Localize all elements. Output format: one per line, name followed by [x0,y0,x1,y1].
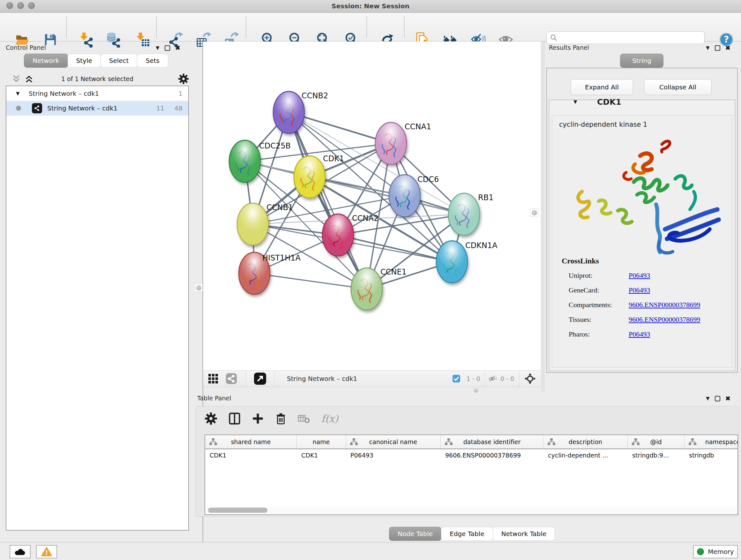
panel-close-icon[interactable]: ✖ [725,44,731,52]
horizontal-splitter-handle[interactable] [474,388,478,393]
node-CCNA1[interactable] [375,122,407,165]
titlebar: Session: New Session [0,0,741,13]
control-panel-title: Control Panel [6,44,46,51]
node-label-CDC6: CDC6 [417,175,439,184]
tab-network-table[interactable]: Network Table [493,527,555,541]
show-column-icon[interactable] [228,412,241,425]
create-column-icon[interactable] [252,413,264,425]
tab-edge-table[interactable]: Edge Table [441,527,493,541]
edge-CCNB2-CCNE1[interactable] [289,112,367,289]
crosslink-row: Compartments:9606.ENSP00000378699 [552,298,732,312]
right-splitter[interactable] [542,42,544,392]
import-table-icon[interactable] [134,30,151,49]
crosslink-link[interactable]: P06493 [629,286,650,294]
panel-float-icon[interactable] [715,45,720,51]
table-cell[interactable]: stringdb:9... [628,449,684,462]
tab-select[interactable]: Select [100,54,138,68]
expand-all-tree-icon[interactable] [24,74,34,84]
table-cell[interactable]: stringdb [684,449,738,462]
network-node-count: 11 [156,105,164,112]
edge-CCNA2-CDKN1A[interactable] [338,235,452,262]
table-hscrollbar-thumb[interactable] [208,508,267,513]
panel-close-icon[interactable]: ✖ [175,44,181,52]
network-collection-row[interactable]: ▼ String Network – cdk1 1 [6,86,188,101]
node-CDC6[interactable] [389,175,420,217]
string-results-container: Expand All Collapse All ▼ CDK1 cyclin-de… [546,68,738,373]
collapse-all-tree-icon[interactable] [11,74,21,84]
node-CCNB1[interactable] [237,203,268,245]
delete-table-icon[interactable] [298,413,311,424]
crosslink-label: Compartments: [569,301,612,309]
toolbar-separator [246,17,246,38]
table-cell[interactable]: cyclin-dependent ... [543,449,628,462]
gene-section: ▼ CDK1 cyclin-dependent kinase 1 [549,100,735,371]
crosslink-link[interactable]: 9606.ENSP00000378699 [629,301,700,309]
import-network-icon[interactable] [77,30,95,49]
network-share-view-icon[interactable] [223,371,240,387]
crosslink-link[interactable]: P06493 [629,271,650,280]
panel-menu-icon[interactable]: ▼ [156,45,159,51]
network-options-gear-icon[interactable] [178,73,189,84]
selected-checkbox-icon[interactable] [451,371,462,387]
tab-network[interactable]: Network [24,54,68,68]
node-label-CDKN1A: CDKN1A [465,241,497,250]
column-header-namespace[interactable]: namespace [684,435,738,449]
table-body: CDK1CDK1P064939606.ENSP00000378699cyclin… [205,449,738,462]
network-type-icon [32,103,42,113]
crosslink-link[interactable]: P06493 [629,330,650,338]
column-header-database-identifier[interactable]: database identifier [441,435,543,449]
right-splitter-handle[interactable] [530,208,538,217]
column-header-canonical-name[interactable]: canonical name [346,435,441,449]
gene-expander-icon[interactable]: ▼ [574,99,577,105]
panel-menu-icon[interactable]: ▼ [706,45,710,51]
node-CCNB2[interactable] [273,91,305,133]
crosslink-link[interactable]: 9606.ENSP00000378699 [629,315,700,324]
column-header-shared-name[interactable]: shared name [205,435,297,449]
node-CDKN1A[interactable] [436,241,468,283]
column-header-description[interactable]: description [543,435,628,449]
column-header--id[interactable]: @id [628,435,684,449]
table-row[interactable]: CDK1CDK1P064939606.ENSP00000378699cyclin… [205,449,738,462]
tab-string[interactable]: String [620,54,664,68]
table-options-gear-icon[interactable] [205,412,217,425]
table-cell[interactable]: P06493 [346,449,441,462]
panel-close-icon[interactable]: ✖ [725,395,731,402]
warning-button[interactable] [36,545,57,558]
detach-view-icon[interactable] [246,371,274,387]
collection-expander-icon[interactable]: ▼ [16,91,20,97]
left-splitter-handle[interactable] [194,284,203,292]
table-cell[interactable]: CDK1 [205,449,297,462]
table-cell[interactable]: 9606.ENSP00000378699 [441,449,543,462]
import-network-database-icon[interactable] [105,30,122,49]
node-CCNA2[interactable] [322,214,354,256]
hidden-counts: 0 - 0 [500,371,519,387]
network-canvas[interactable]: CCNB2CCNA1CDC25BCDK1CDC6RB1CCNB1CCNA2CDK… [203,42,541,370]
edge-HIST1H1A-CCNE1[interactable] [254,273,367,289]
memory-button[interactable]: Memory [693,545,738,558]
node-CDK1[interactable] [294,156,325,198]
hidden-eye-icon[interactable] [485,371,500,387]
function-builder-icon[interactable]: f(x) [321,413,338,424]
svg-text:?: ? [724,34,729,45]
tab-style[interactable]: Style [68,54,101,68]
search-input[interactable] [557,34,698,41]
tab-node-table[interactable]: Node Table [389,527,441,541]
node-CDC25B[interactable] [229,140,260,182]
column-header-name[interactable]: name [297,435,346,449]
node-RB1[interactable] [448,193,480,235]
tab-sets[interactable]: Sets [137,54,168,68]
node-CCNE1[interactable] [351,268,382,310]
panel-float-icon[interactable] [715,396,720,401]
panel-menu-icon[interactable]: ▼ [706,395,710,401]
expand-all-button[interactable]: Expand All [570,79,633,95]
network-row[interactable]: String Network – cdk1 11 48 [6,101,188,116]
table-hscrollbar[interactable] [206,507,737,513]
grid-view-icon[interactable] [203,371,223,387]
panel-float-icon[interactable] [165,45,170,51]
birds-eye-view-icon[interactable] [520,371,541,387]
table-cell[interactable]: CDK1 [297,449,346,462]
delete-column-icon[interactable] [275,413,287,425]
cloud-button[interactable] [10,545,30,558]
memory-label: Memory [708,548,734,556]
collapse-all-button[interactable]: Collapse All [644,79,712,95]
